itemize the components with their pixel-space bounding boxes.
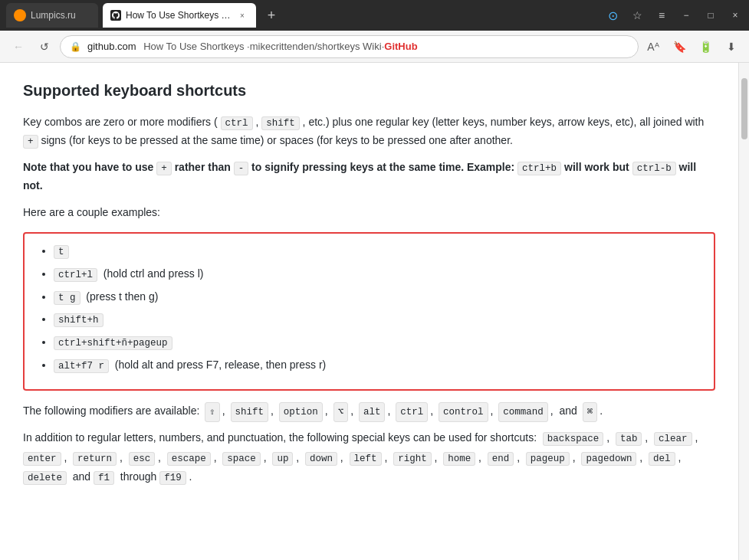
sk-f1: f1 (94, 471, 114, 485)
new-tab-button[interactable]: + (261, 5, 282, 26)
note-rather: rather than (175, 161, 231, 173)
example-code-6: alt+f7 r (54, 359, 109, 373)
battery-icon: 🔋 (695, 37, 715, 57)
sk-end: end (488, 452, 514, 466)
address-bar[interactable]: 🔒 github.com How To Use Shortkeys · mike… (60, 35, 639, 58)
url-path-mid: mikecrittenden/shortkeys Wiki (250, 41, 382, 52)
sk-space: space (222, 452, 261, 466)
code-plus: + (23, 135, 38, 149)
code-note-plus: + (156, 162, 172, 175)
example-code-4: shift+h (54, 313, 103, 327)
list-item: ctrl+l (hold ctrl and press l) (54, 266, 700, 283)
title-bar-controls: ⊙ ☆ ≡ − □ × (605, 8, 743, 23)
mod-command: command (498, 402, 548, 423)
maximize-button[interactable]: □ (703, 8, 718, 23)
list-item: t (54, 243, 700, 260)
page-heading: Supported keyboard shortcuts (23, 78, 715, 103)
modifiers-para: The following modifiers are available: ⇧… (23, 401, 715, 423)
page-content: Supported keyboard shortcuts Key combos … (0, 63, 738, 560)
paragraph-1: Key combos are zero or more modifiers ( … (23, 113, 715, 149)
url-path-prefix: How To Use Shortkeys · (143, 41, 249, 52)
note-will-work: will work but (564, 161, 629, 173)
list-item: alt+f7 r (hold alt and press F7, release… (54, 357, 700, 374)
scrollbar-thumb[interactable] (741, 78, 747, 139)
mod-cmd-sym: ⌘ (583, 402, 598, 423)
mod-up: ⇧ (205, 402, 220, 423)
paragraph-note: Note that you have to use + rather than … (23, 159, 715, 195)
sk-left: left (350, 452, 382, 466)
browser-window: Lumpics.ru How To Use Shortkeys · ... × … (0, 0, 749, 560)
examples-box: t ctrl+l (hold ctrl and press l) t g (pr… (23, 232, 715, 391)
mod-ctrl: ctrl (396, 402, 428, 423)
sk-del: del (649, 452, 675, 466)
mod-shift: shift (231, 402, 269, 423)
note-bold: Note that you have to use (23, 161, 153, 173)
examples-intro: Here are a couple examples: (23, 204, 715, 221)
code-ctrl: ctrl (221, 116, 253, 130)
lumpics-favicon (14, 9, 26, 21)
example-code-3: t g (54, 291, 80, 305)
refresh-button[interactable]: ↺ (34, 36, 55, 57)
example-code-1: t (54, 245, 69, 259)
url-brand: GitHub (384, 41, 417, 52)
sk-delete: delete (23, 471, 67, 485)
edge-icon: ⊙ (605, 8, 620, 23)
nav-right-icons: Aᴬ 🔖 🔋 ⬇ (643, 37, 741, 57)
sk-home: home (443, 452, 475, 466)
tab-github[interactable]: How To Use Shortkeys · ... × (103, 3, 256, 28)
minimize-button[interactable]: − (678, 8, 694, 23)
mod-option: option (279, 402, 323, 423)
tab-close-button[interactable]: × (236, 9, 248, 21)
sk-return: return (73, 452, 117, 466)
sk-pageup: pageup (526, 452, 570, 466)
sk-enter: enter (23, 452, 61, 466)
tab-github-label: How To Use Shortkeys · ... (126, 10, 232, 21)
code-shift: shift (261, 116, 300, 130)
tab-lumpics[interactable]: Lumpics.ru (6, 3, 98, 28)
sk-tab: tab (616, 432, 642, 446)
menu-icon[interactable]: ≡ (654, 8, 669, 23)
special-keys-para: In addition to regular letters, numbers,… (23, 428, 715, 487)
mod-alt: alt (359, 402, 386, 423)
list-item: ctrl+shift+ñ+pageup (54, 334, 700, 351)
scrollbar[interactable] (738, 63, 749, 560)
sk-escape: escape (167, 452, 211, 466)
note-signify: to signify pressing keys at the same tim… (251, 161, 514, 173)
content-area: Supported keyboard shortcuts Key combos … (0, 63, 749, 560)
navigation-bar: ← ↺ 🔒 github.com How To Use Shortkeys · … (0, 31, 749, 63)
sk-down: down (305, 452, 337, 466)
download-icon[interactable]: ⬇ (721, 37, 741, 57)
url-domain: github.com (87, 41, 136, 52)
lock-icon: 🔒 (70, 41, 81, 52)
tab-lumpics-label: Lumpics.ru (31, 10, 90, 21)
example-code-5: ctrl+shift+ñ+pageup (54, 336, 172, 350)
sk-backspace: backspace (543, 432, 604, 446)
list-item: shift+h (54, 311, 700, 328)
list-item: t g (press t then g) (54, 289, 700, 306)
sk-esc: esc (129, 452, 156, 466)
back-button[interactable]: ← (8, 36, 29, 57)
code-note-minus: - (234, 162, 249, 175)
sk-pagedown: pagedown (581, 452, 636, 466)
mod-control: control (439, 402, 488, 423)
example-code-2: ctrl+l (54, 268, 97, 282)
close-button[interactable]: × (728, 8, 743, 23)
reader-mode-icon[interactable]: Aᴬ (643, 37, 663, 57)
favorites-icon[interactable]: ☆ (629, 8, 645, 23)
title-bar: Lumpics.ru How To Use Shortkeys · ... × … (0, 0, 749, 31)
sk-f19: f19 (159, 471, 186, 485)
mod-alt-sym: ⌥ (333, 402, 349, 423)
sk-clear: clear (654, 432, 692, 446)
url-text: github.com How To Use Shortkeys · mikecr… (87, 41, 418, 52)
github-favicon (110, 10, 121, 21)
bookmark-icon[interactable]: 🔖 (669, 37, 689, 57)
sk-up: up (272, 452, 293, 466)
code-ctrl-dash-b: ctrl-b (632, 162, 676, 175)
examples-list: t ctrl+l (hold ctrl and press l) t g (pr… (38, 243, 700, 374)
sk-right: right (393, 452, 432, 466)
code-ctrlb: ctrl+b (517, 162, 561, 175)
